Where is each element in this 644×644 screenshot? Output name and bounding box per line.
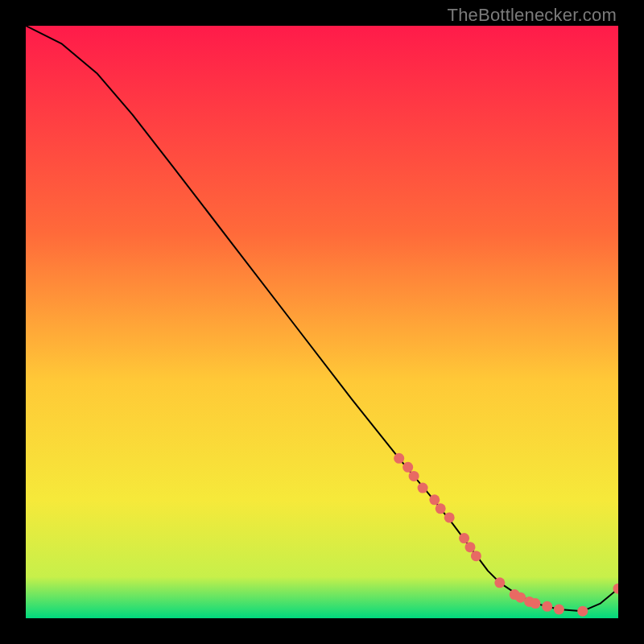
highlight-point	[542, 601, 552, 612]
highlight-point	[530, 598, 541, 609]
highlight-point	[459, 533, 469, 543]
plot-area	[26, 26, 618, 618]
highlight-point	[429, 494, 440, 505]
chart-container: TheBottlenecker.com	[0, 0, 644, 644]
highlight-point	[577, 606, 588, 617]
highlight-point	[418, 483, 428, 493]
gradient-background	[26, 26, 618, 618]
highlight-point	[554, 605, 564, 615]
highlight-point	[409, 471, 419, 481]
watermark-text: TheBottlenecker.com	[448, 5, 617, 26]
highlight-point	[444, 512, 455, 522]
highlight-point	[402, 462, 413, 473]
highlight-point	[465, 542, 476, 552]
chart-svg	[26, 26, 618, 618]
highlight-point	[471, 551, 481, 561]
highlight-point	[436, 503, 446, 514]
highlight-point	[394, 453, 404, 464]
highlight-point	[494, 577, 505, 588]
